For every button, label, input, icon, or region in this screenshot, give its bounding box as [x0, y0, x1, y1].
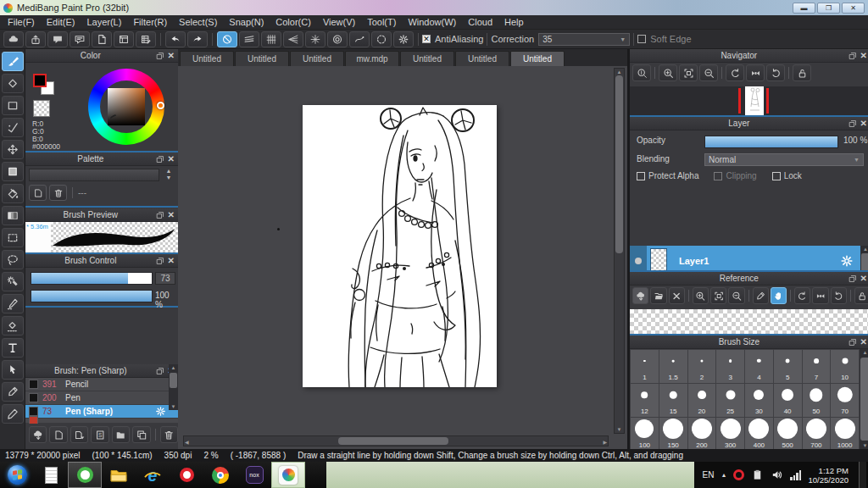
- tool-text[interactable]: [2, 338, 24, 358]
- close-icon[interactable]: ✕: [168, 155, 175, 164]
- tool-select-pen[interactable]: [2, 294, 24, 313]
- minimize-button[interactable]: ▬: [793, 3, 815, 14]
- snap-off-button[interactable]: [217, 31, 237, 47]
- reference-folder-open-button[interactable]: [650, 287, 666, 304]
- brush-opacity-slider[interactable]: [31, 290, 153, 302]
- close-icon[interactable]: ✕: [168, 211, 175, 219]
- palette-trash-button[interactable]: [49, 185, 67, 201]
- brush-size-30[interactable]: 30: [745, 384, 773, 417]
- tool-eraser-diamond[interactable]: [2, 74, 24, 93]
- tab-0[interactable]: Untitled: [180, 51, 234, 66]
- protect-alpha-checkbox[interactable]: Protect Alpha: [637, 171, 698, 180]
- brush-size-5[interactable]: 5: [774, 350, 802, 383]
- palette-spinner[interactable]: ▲▼: [164, 168, 173, 181]
- snap-parallel-button[interactable]: [239, 31, 259, 47]
- snap-vanishing-button[interactable]: [283, 31, 303, 47]
- close-icon[interactable]: ✕: [860, 338, 867, 347]
- tool-snap-divide[interactable]: [2, 118, 24, 137]
- close-icon[interactable]: ✕: [168, 257, 175, 265]
- palette-add-layer-button[interactable]: [29, 185, 47, 201]
- close-icon[interactable]: ✕: [168, 52, 175, 60]
- navigator-rotate-right-button[interactable]: [766, 64, 785, 81]
- popup-icon[interactable]: [849, 338, 857, 347]
- tool-bucket[interactable]: [2, 184, 24, 203]
- taskbar-start-button[interactable]: [0, 462, 34, 488]
- menu-item-snapn[interactable]: Snap(N): [223, 15, 270, 29]
- tool-select-eraser[interactable]: [2, 316, 24, 336]
- tool-move[interactable]: [2, 140, 24, 159]
- brush-size-3[interactable]: 3: [716, 350, 744, 383]
- snap-curve-button[interactable]: [349, 31, 370, 47]
- brush-add-layer-menu-button[interactable]: [70, 426, 88, 443]
- taskbar-nox-button[interactable]: nox: [237, 462, 271, 488]
- navigator-unlock-button[interactable]: [793, 64, 811, 81]
- canvas-vertical-scrollbar[interactable]: ▲ ▼: [614, 68, 625, 434]
- gear-button[interactable]: [393, 31, 414, 47]
- reference-zoom-fit-button[interactable]: [710, 287, 726, 304]
- clipboard-icon[interactable]: [751, 469, 764, 481]
- brush-size-150[interactable]: 150: [659, 418, 687, 451]
- navigator-zoom-in-button[interactable]: [659, 64, 677, 81]
- snap-radial-button[interactable]: [305, 31, 326, 47]
- menu-item-selects[interactable]: Select(S): [173, 15, 223, 29]
- brush-size-2[interactable]: 2: [688, 350, 716, 383]
- brush-size-slider[interactable]: [31, 272, 153, 285]
- close-icon[interactable]: ✕: [860, 52, 867, 60]
- reference-image-area[interactable]: [630, 309, 868, 335]
- upload-button[interactable]: [25, 31, 46, 47]
- menu-item-edite[interactable]: Edit(E): [41, 15, 81, 29]
- clipping-checkbox[interactable]: Clipping: [714, 171, 756, 180]
- tab-6[interactable]: Untitled: [510, 51, 565, 66]
- taskbar-opera-button[interactable]: [170, 462, 203, 488]
- brush-size-40[interactable]: 40: [774, 384, 802, 417]
- palette-color-bar[interactable]: [29, 169, 159, 181]
- brush-size-200[interactable]: 200: [688, 418, 716, 451]
- tab-1[interactable]: Untitled: [235, 51, 289, 66]
- snap-concentric-button[interactable]: [327, 31, 348, 47]
- brush-row-pen[interactable]: 200Pen: [25, 391, 178, 405]
- navigator-zoom-reset-button[interactable]: [632, 64, 651, 81]
- menu-item-filef[interactable]: File(F): [2, 15, 41, 29]
- soft-edge-checkbox[interactable]: [637, 35, 646, 43]
- brush-size-70[interactable]: 70: [831, 384, 859, 417]
- menu-item-cloud[interactable]: Cloud: [462, 15, 498, 29]
- bubble-lines-button[interactable]: [70, 31, 90, 47]
- form-button[interactable]: [114, 31, 134, 47]
- popup-icon[interactable]: [849, 52, 857, 60]
- brush-size-300[interactable]: 300: [716, 418, 744, 451]
- brush-size-12[interactable]: 12: [631, 384, 659, 417]
- chevron-up-icon[interactable]: ▲: [721, 472, 727, 478]
- brush-cloud-down-button[interactable]: [29, 426, 47, 443]
- tool-pen[interactable]: [2, 404, 24, 424]
- brush-size-1000[interactable]: 1000: [831, 418, 859, 451]
- antialiasing-checkbox[interactable]: ✕: [422, 35, 431, 43]
- speaker-icon[interactable]: [771, 469, 783, 481]
- drawing-canvas[interactable]: [303, 105, 497, 387]
- gear-icon[interactable]: [155, 406, 166, 417]
- brush-size-50[interactable]: 50: [803, 384, 831, 417]
- tool-brush[interactable]: [2, 52, 24, 71]
- tool-fill-rect[interactable]: [2, 162, 24, 181]
- menu-item-windoww[interactable]: Window(W): [402, 15, 462, 29]
- popup-icon[interactable]: [156, 155, 164, 164]
- brush-script-brush-button[interactable]: S: [91, 426, 108, 443]
- navigator-preview[interactable]: [630, 86, 868, 115]
- navigator-zoom-out-button[interactable]: [699, 64, 718, 81]
- menu-item-toolt[interactable]: Tool(T): [361, 15, 402, 29]
- brush-size-500[interactable]: 500: [774, 418, 802, 451]
- tool-operation[interactable]: [2, 360, 24, 380]
- popup-icon[interactable]: [156, 52, 164, 60]
- reference-cloud-down-button[interactable]: [632, 287, 648, 304]
- brush-copy-button[interactable]: [132, 426, 150, 443]
- brush-size-400[interactable]: 400: [745, 418, 773, 451]
- navigator-rotate-left-button[interactable]: [726, 64, 744, 81]
- brush-size-15[interactable]: 15: [659, 384, 687, 417]
- reference-clear-x-button[interactable]: [669, 287, 685, 304]
- popup-icon[interactable]: [849, 119, 857, 128]
- popup-icon[interactable]: [849, 274, 857, 283]
- taskbar-chrome-button[interactable]: [203, 462, 237, 488]
- transparent-color-swatch[interactable]: [33, 100, 50, 117]
- maximize-button[interactable]: ❒: [817, 3, 840, 14]
- clock[interactable]: 1:12 PM 10/25/2020: [808, 466, 852, 485]
- navigator-zoom-fit-button[interactable]: [679, 64, 698, 81]
